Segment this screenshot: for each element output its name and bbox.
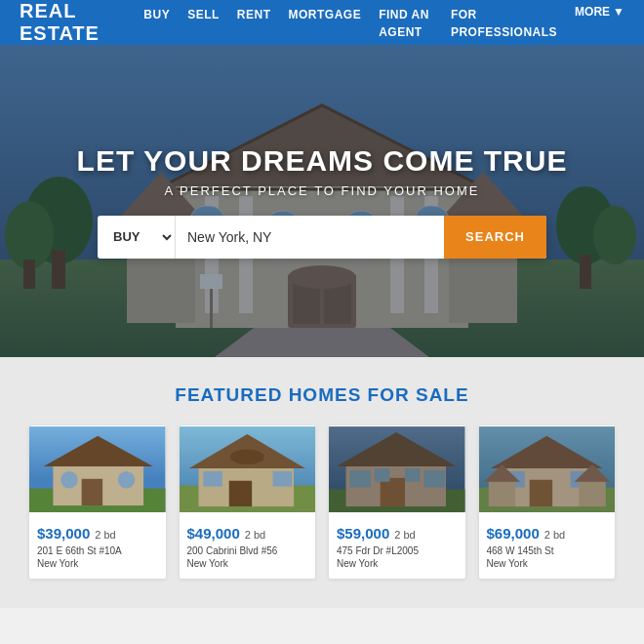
home-beds-3: 2 bd bbox=[394, 529, 415, 541]
home-price-4: $69,000 bbox=[487, 525, 540, 542]
hero-content: LET YOUR DREAMS COME TRUE A PERFECT PLAC… bbox=[77, 144, 568, 198]
nav-professionals[interactable]: FOR PROFESSIONALS bbox=[451, 8, 557, 39]
search-bar: BUYSELLRENT SEARCH bbox=[98, 216, 546, 259]
home-address-1: 201 E 66th St #10A bbox=[37, 544, 158, 558]
home-price-2: $49,000 bbox=[187, 525, 240, 542]
home-city-2: New York bbox=[187, 558, 308, 569]
search-type-select[interactable]: BUYSELLRENT bbox=[98, 216, 176, 259]
home-city-3: New York bbox=[337, 558, 458, 569]
home-image-2 bbox=[180, 425, 316, 513]
nav-mortgage[interactable]: MORTGAGE bbox=[289, 8, 362, 21]
svg-rect-59 bbox=[329, 426, 465, 512]
nav-more[interactable]: MORE ▼ bbox=[575, 5, 624, 19]
home-address-3: 475 Fdr Dr #L2005 bbox=[337, 544, 458, 558]
hero-title: LET YOUR DREAMS COME TRUE bbox=[77, 144, 568, 178]
home-city-1: New York bbox=[37, 558, 158, 569]
hero-subtitle: A PERFECT PLACE TO FIND YOUR HOME bbox=[77, 183, 568, 198]
home-image-4 bbox=[479, 425, 616, 513]
hero-background-image bbox=[0, 45, 644, 357]
chevron-down-icon: ▼ bbox=[613, 5, 624, 19]
svg-rect-49 bbox=[180, 426, 316, 512]
featured-title: FEATURED HOMES FOR SALE bbox=[29, 384, 615, 406]
homes-grid: $39,000 2 bd 201 E 66th St #10A New York bbox=[29, 425, 615, 579]
home-beds-1: 2 bd bbox=[95, 529, 115, 541]
search-location-input[interactable] bbox=[176, 216, 444, 259]
home-card-1[interactable]: $39,000 2 bd 201 E 66th St #10A New York bbox=[29, 425, 166, 579]
search-button[interactable]: SEARCH bbox=[444, 216, 546, 259]
home-price-3: $59,000 bbox=[337, 525, 389, 542]
featured-section: FEATURED HOMES FOR SALE bbox=[0, 357, 644, 608]
home-address-4: 468 W 145th St bbox=[487, 544, 608, 558]
home-card-4[interactable]: $69,000 2 bd 468 W 145th St New York bbox=[479, 425, 616, 579]
home-card-3[interactable]: $59,000 2 bd 475 Fdr Dr #L2005 New York bbox=[329, 425, 465, 579]
home-info-3: $59,000 2 bd 475 Fdr Dr #L2005 New York bbox=[329, 517, 465, 579]
home-beds-4: 2 bd bbox=[544, 529, 565, 541]
navbar: REAL ESTATE BUY SELL RENT MORTGAGE FIND … bbox=[0, 0, 644, 45]
home-image-3 bbox=[329, 425, 465, 513]
home-info-2: $49,000 2 bd 200 Cabrini Blvd #56 New Yo… bbox=[180, 517, 316, 579]
svg-rect-40 bbox=[29, 426, 166, 512]
home-info-1: $39,000 2 bd 201 E 66th St #10A New York bbox=[29, 517, 166, 579]
svg-rect-32 bbox=[0, 45, 644, 357]
home-image-1 bbox=[29, 425, 166, 513]
nav-rent[interactable]: RENT bbox=[237, 8, 271, 21]
hero-section: LET YOUR DREAMS COME TRUE A PERFECT PLAC… bbox=[0, 45, 644, 357]
svg-rect-71 bbox=[479, 426, 616, 512]
nav-links: BUY SELL RENT MORTGAGE FIND AN AGENT FOR… bbox=[143, 5, 624, 40]
home-beds-2: 2 bd bbox=[245, 529, 265, 541]
home-address-2: 200 Cabrini Blvd #56 bbox=[187, 544, 308, 558]
nav-buy[interactable]: BUY bbox=[143, 8, 170, 21]
home-city-4: New York bbox=[487, 558, 608, 569]
home-info-4: $69,000 2 bd 468 W 145th St New York bbox=[479, 517, 616, 579]
home-card-2[interactable]: $49,000 2 bd 200 Cabrini Blvd #56 New Yo… bbox=[180, 425, 316, 579]
brand-logo: REAL ESTATE bbox=[20, 0, 143, 45]
nav-sell[interactable]: SELL bbox=[187, 8, 220, 21]
home-price-1: $39,000 bbox=[37, 525, 90, 542]
nav-find-agent[interactable]: FIND AN AGENT bbox=[379, 8, 429, 39]
